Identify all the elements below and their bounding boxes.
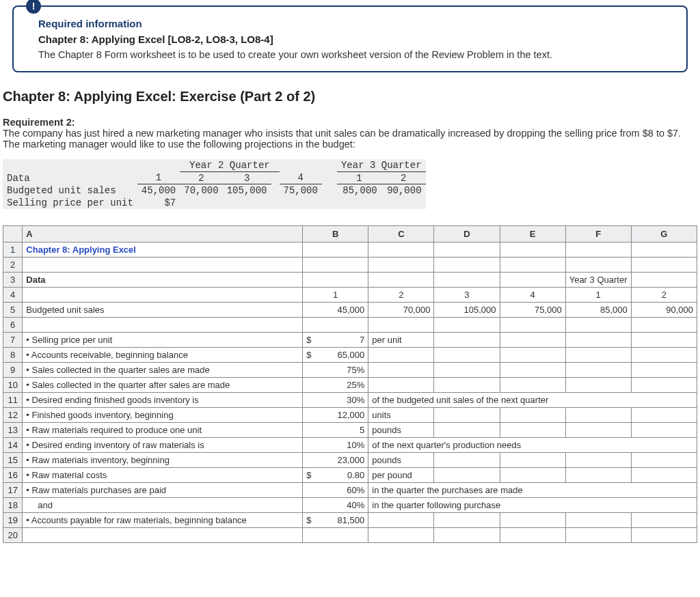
cell-F12[interactable] xyxy=(565,408,631,423)
cell-D10[interactable] xyxy=(434,378,500,393)
cell-E3[interactable] xyxy=(500,273,565,288)
cell-D15[interactable] xyxy=(434,453,500,468)
cell-C5[interactable]: 70,000 xyxy=(368,303,434,318)
cell-E9[interactable] xyxy=(500,363,565,378)
cell-D2[interactable] xyxy=(434,258,500,273)
cell-B15[interactable]: 23,000 xyxy=(303,453,368,468)
ss-rownum-18[interactable]: 18 xyxy=(3,498,23,513)
cell-A15[interactable]: Raw materials inventory, beginning xyxy=(23,453,303,468)
cell-B13[interactable]: 5 xyxy=(303,423,368,438)
cell-E4[interactable]: 4 xyxy=(500,288,565,303)
cell-B20[interactable] xyxy=(303,528,368,543)
cell-G8[interactable] xyxy=(631,348,697,363)
cell-E5[interactable]: 75,000 xyxy=(500,303,565,318)
cell-C9[interactable] xyxy=(368,363,434,378)
cell-C16[interactable]: per pound xyxy=(368,468,434,483)
cell-G15[interactable] xyxy=(631,453,697,468)
cell-A6[interactable] xyxy=(23,318,303,333)
ss-rownum-17[interactable]: 17 xyxy=(3,483,23,498)
ss-col-A[interactable]: A xyxy=(23,226,303,242)
cell-G20[interactable] xyxy=(631,528,697,543)
ss-rownum-20[interactable]: 20 xyxy=(3,528,23,543)
cell-A20[interactable] xyxy=(23,528,303,543)
cell-E15[interactable] xyxy=(500,453,565,468)
cell-A4[interactable] xyxy=(23,288,303,303)
cell-E19[interactable] xyxy=(500,513,565,528)
cell-C11[interactable]: of the budgeted unit sales of the next q… xyxy=(368,393,697,408)
cell-E1[interactable] xyxy=(500,242,565,258)
cell-A1[interactable]: Chapter 8: Applying Excel xyxy=(23,242,303,258)
cell-G4[interactable]: 2 xyxy=(631,288,697,303)
cell-E20[interactable] xyxy=(500,528,565,543)
cell-D16[interactable] xyxy=(434,468,500,483)
ss-rownum-10[interactable]: 10 xyxy=(3,378,23,393)
cell-B17[interactable]: 60% xyxy=(303,483,368,498)
cell-F4[interactable]: 1 xyxy=(565,288,631,303)
cell-F16[interactable] xyxy=(565,468,631,483)
cell-A14[interactable]: Desired ending inventory of raw material… xyxy=(23,438,303,453)
cell-F15[interactable] xyxy=(565,453,631,468)
cell-C10[interactable] xyxy=(368,378,434,393)
cell-E13[interactable] xyxy=(500,423,565,438)
ss-col-D[interactable]: D xyxy=(434,226,500,242)
cell-D3[interactable] xyxy=(434,273,500,288)
cell-G1[interactable] xyxy=(631,242,697,258)
cell-F8[interactable] xyxy=(565,348,631,363)
cell-F3[interactable]: Year 3 Quarter xyxy=(565,273,631,288)
cell-F5[interactable]: 85,000 xyxy=(565,303,631,318)
cell-G3[interactable] xyxy=(631,273,697,288)
cell-G13[interactable] xyxy=(631,423,697,438)
cell-B6[interactable] xyxy=(303,318,368,333)
cell-A11[interactable]: Desired ending finished goods inventory … xyxy=(23,393,303,408)
ss-rownum-15[interactable]: 15 xyxy=(3,453,23,468)
cell-E8[interactable] xyxy=(500,348,565,363)
cell-B1[interactable] xyxy=(303,242,368,258)
cell-A10[interactable]: Sales collected in the quarter after sal… xyxy=(23,378,303,393)
cell-E12[interactable] xyxy=(500,408,565,423)
ss-rownum-6[interactable]: 6 xyxy=(3,318,23,333)
cell-A16[interactable]: Raw material costs xyxy=(23,468,303,483)
cell-B3[interactable] xyxy=(303,273,368,288)
cell-D20[interactable] xyxy=(434,528,500,543)
cell-B5[interactable]: 45,000 xyxy=(303,303,368,318)
ss-col-E[interactable]: E xyxy=(500,226,565,242)
cell-F7[interactable] xyxy=(565,333,631,348)
ss-rownum-16[interactable]: 16 xyxy=(3,468,23,483)
ss-col-F[interactable]: F xyxy=(565,226,631,242)
cell-B9[interactable]: 75% xyxy=(303,363,368,378)
cell-E7[interactable] xyxy=(500,333,565,348)
cell-G2[interactable] xyxy=(631,258,697,273)
cell-F10[interactable] xyxy=(565,378,631,393)
ss-col-G[interactable]: G xyxy=(631,226,697,242)
ss-rownum-7[interactable]: 7 xyxy=(3,333,23,348)
cell-B10[interactable]: 25% xyxy=(303,378,368,393)
cell-B12[interactable]: 12,000 xyxy=(303,408,368,423)
cell-A2[interactable] xyxy=(23,258,303,273)
ss-rownum-19[interactable]: 19 xyxy=(3,513,23,528)
cell-C4[interactable]: 2 xyxy=(368,288,434,303)
cell-A3[interactable]: Data xyxy=(23,273,303,288)
ss-rownum-4[interactable]: 4 xyxy=(3,288,23,303)
cell-D8[interactable] xyxy=(434,348,500,363)
cell-G19[interactable] xyxy=(631,513,697,528)
cell-A9[interactable]: Sales collected in the quarter sales are… xyxy=(23,363,303,378)
cell-G5[interactable]: 90,000 xyxy=(631,303,697,318)
cell-B14[interactable]: 10% xyxy=(303,438,368,453)
cell-B7[interactable]: $7 xyxy=(303,333,368,348)
cell-C2[interactable] xyxy=(368,258,434,273)
cell-D6[interactable] xyxy=(434,318,500,333)
cell-D1[interactable] xyxy=(434,242,500,258)
cell-B2[interactable] xyxy=(303,258,368,273)
cell-B18[interactable]: 40% xyxy=(303,498,368,513)
cell-G9[interactable] xyxy=(631,363,697,378)
cell-F19[interactable] xyxy=(565,513,631,528)
ss-rownum-9[interactable]: 9 xyxy=(3,363,23,378)
cell-G6[interactable] xyxy=(631,318,697,333)
cell-B4[interactable]: 1 xyxy=(303,288,368,303)
cell-G12[interactable] xyxy=(631,408,697,423)
ss-rownum-3[interactable]: 3 xyxy=(3,273,23,288)
cell-C1[interactable] xyxy=(368,242,434,258)
cell-A5[interactable]: Budgeted unit sales xyxy=(23,303,303,318)
cell-D4[interactable]: 3 xyxy=(434,288,500,303)
cell-E2[interactable] xyxy=(500,258,565,273)
